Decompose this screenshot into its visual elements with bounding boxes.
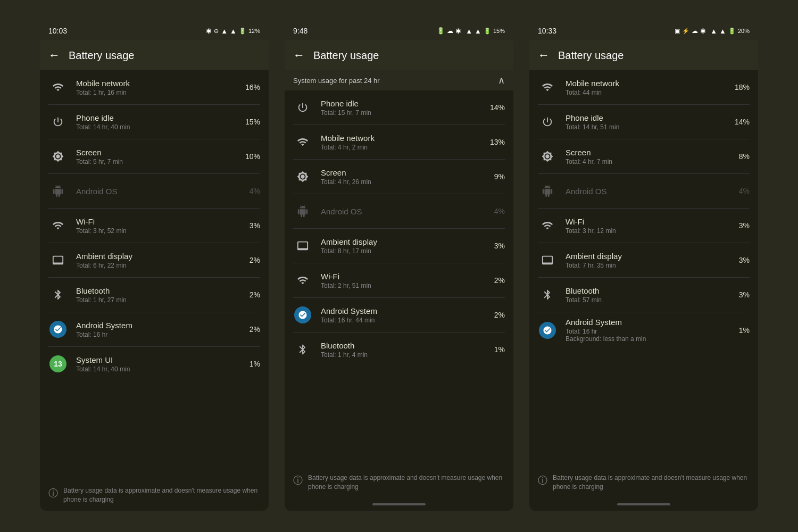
usage-item[interactable]: Ambient displayTotal: 7 hr, 35 min3% [529, 243, 758, 277]
usage-percent: 9% [486, 172, 505, 181]
display-icon [293, 236, 312, 255]
usage-text: Android SystemTotal: 16 hr [76, 321, 232, 338]
usage-detail: Total: 4 hr, 7 min [566, 158, 722, 165]
usage-detail: Total: 44 min [566, 89, 722, 96]
brightness-icon [538, 147, 557, 166]
usage-detail: Total: 15 hr, 7 min [321, 109, 477, 117]
usage-detail: Total: 4 hr, 26 min [321, 178, 477, 186]
usage-item[interactable]: Mobile networkTotal: 1 hr, 16 min16% [40, 70, 269, 104]
back-button[interactable]: ← [293, 48, 305, 62]
signal-icon [48, 78, 68, 97]
usage-percent: 4% [730, 187, 750, 195]
battery-percent: 15% [493, 28, 505, 34]
wifi-status-icon: ▲ [475, 27, 481, 35]
usage-name: Android OS [321, 207, 477, 216]
status-icons: 🔋☁ ✱ ▲ ▲ 🔋 15% [437, 27, 505, 35]
power-icon [293, 98, 312, 117]
usage-item[interactable]: Android OS4% [285, 194, 513, 228]
usage-item[interactable]: Ambient displayTotal: 6 hr, 22 min2% [40, 243, 269, 277]
bluetooth-icon [48, 285, 68, 304]
usage-name: Ambient display [321, 237, 477, 246]
usage-detail: Total: 14 hr, 51 min [566, 123, 722, 131]
section-header[interactable]: System usage for past 24 hr ∧ [285, 70, 513, 90]
info-icon: ⓘ [48, 487, 58, 500]
display-icon [538, 251, 557, 270]
footer-info: ⓘ Battery usage data is approximate and … [285, 467, 513, 498]
usage-text: System UITotal: 14 hr, 40 min [76, 355, 232, 373]
usage-item[interactable]: Android SystemTotal: 16 hr, 44 min2% [285, 298, 513, 332]
usage-detail: Total: 16 hr, 44 min [321, 317, 477, 324]
usage-name: Wi-Fi [321, 272, 477, 281]
usage-detail: Total: 16 hrBackground: less than a min [566, 328, 722, 343]
usage-text: Wi-FiTotal: 3 hr, 12 min [566, 217, 722, 235]
usage-percent: 10% [241, 152, 260, 161]
android-system-icon [539, 322, 556, 339]
usage-item[interactable]: Phone idleTotal: 15 hr, 7 min14% [285, 90, 513, 124]
usage-detail: Total: 4 hr, 2 min [321, 144, 477, 151]
usage-item[interactable]: 13System UITotal: 14 hr, 40 min1% [40, 347, 269, 381]
back-button[interactable]: ← [48, 48, 60, 62]
usage-percent: 3% [486, 242, 505, 250]
usage-list: Phone idleTotal: 15 hr, 7 min14%Mobile n… [285, 90, 513, 467]
usage-name: Screen [321, 168, 477, 177]
android-system-icon [49, 321, 66, 338]
usage-text: Mobile networkTotal: 44 min [566, 79, 722, 96]
collapse-icon[interactable]: ∧ [498, 74, 505, 86]
power-icon [48, 112, 68, 131]
usage-item[interactable]: ScreenTotal: 4 hr, 7 min8% [529, 139, 758, 173]
usage-percent: 2% [486, 311, 505, 319]
usage-item[interactable]: ScreenTotal: 4 hr, 26 min9% [285, 160, 513, 194]
usage-percent: 2% [241, 325, 260, 334]
usage-text: BluetoothTotal: 1 hr, 27 min [76, 286, 232, 304]
usage-item[interactable]: Mobile networkTotal: 44 min18% [529, 70, 758, 104]
wifi-icon [293, 271, 312, 290]
usage-text: ScreenTotal: 5 hr, 7 min [76, 148, 232, 165]
usage-percent: 16% [241, 83, 260, 92]
usage-item[interactable]: Wi-FiTotal: 2 hr, 51 min2% [285, 263, 513, 297]
brightness-icon [48, 147, 68, 166]
usage-text: ScreenTotal: 4 hr, 7 min [566, 148, 722, 165]
back-button[interactable]: ← [538, 48, 550, 62]
usage-percent: 8% [730, 152, 750, 161]
usage-percent: 3% [241, 221, 260, 230]
wifi-status-icon: ▲ [719, 27, 726, 35]
usage-item[interactable]: Android SystemTotal: 16 hr2% [40, 312, 269, 346]
battery-icon: 🔋 [484, 28, 491, 35]
androidSystem-icon [293, 305, 312, 325]
info-icon: ⓘ [538, 474, 547, 487]
home-indicator[interactable] [285, 498, 513, 511]
usage-item[interactable]: BluetoothTotal: 1 hr, 27 min2% [40, 278, 269, 312]
bluetooth-status-icon: ✱ [206, 27, 212, 35]
usage-name: Mobile network [76, 79, 232, 88]
usage-item[interactable]: Android OS4% [40, 174, 269, 208]
usage-name: Screen [76, 148, 232, 157]
cloud-icon: ☁ [447, 27, 453, 35]
usage-detail: Total: 1 hr, 16 min [76, 89, 232, 96]
footer-info: ⓘ Battery usage data is approximate and … [529, 467, 758, 498]
status-time: 10:03 [48, 27, 67, 35]
usage-item[interactable]: Android OS4% [529, 174, 758, 208]
usage-name: Bluetooth [321, 341, 477, 350]
bluetooth-icon [293, 340, 312, 359]
usage-item[interactable]: Wi-FiTotal: 3 hr, 52 min3% [40, 209, 269, 243]
usage-percent: 14% [486, 103, 505, 112]
usage-item[interactable]: Wi-FiTotal: 3 hr, 12 min3% [529, 209, 758, 243]
usage-item[interactable]: ScreenTotal: 5 hr, 7 min10% [40, 139, 269, 173]
usage-percent: 4% [241, 187, 260, 195]
usage-detail: Total: 57 min [566, 296, 722, 304]
usage-text: Ambient displayTotal: 8 hr, 17 min [321, 237, 477, 255]
phone-screen-screen2: 9:48 🔋☁ ✱ ▲ ▲ 🔋 15% ← Battery usage Syst… [285, 21, 513, 511]
usage-item[interactable]: Android SystemTotal: 16 hrBackground: le… [529, 312, 758, 348]
home-indicator[interactable] [529, 498, 758, 511]
usage-item[interactable]: BluetoothTotal: 57 min3% [529, 278, 758, 312]
usage-item[interactable]: Ambient displayTotal: 8 hr, 17 min3% [285, 229, 513, 263]
usage-detail: Total: 6 hr, 22 min [76, 262, 232, 269]
usage-item[interactable]: Phone idleTotal: 14 hr, 51 min14% [529, 105, 758, 139]
usage-item[interactable]: Mobile networkTotal: 4 hr, 2 min13% [285, 125, 513, 159]
usage-percent: 3% [730, 290, 750, 299]
usage-item[interactable]: BluetoothTotal: 1 hr, 4 min1% [285, 332, 513, 367]
usage-name: Mobile network [321, 134, 477, 143]
usage-detail: Total: 14 hr, 40 min [76, 365, 232, 373]
usage-item[interactable]: Phone idleTotal: 14 hr, 40 min15% [40, 105, 269, 139]
systemUI-icon: 13 [48, 354, 68, 373]
